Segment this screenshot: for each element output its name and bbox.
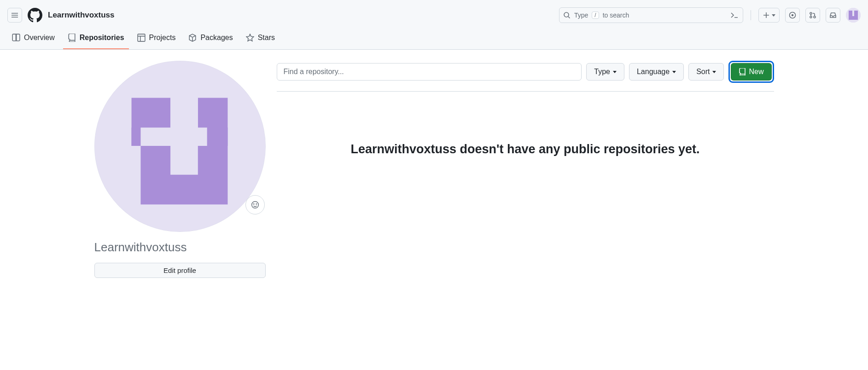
svg-rect-9	[849, 14, 852, 20]
caret-down-icon	[672, 71, 676, 73]
github-logo-icon	[28, 8, 42, 23]
package-icon	[188, 34, 197, 42]
tab-packages[interactable]: Packages	[184, 29, 237, 49]
tab-repositories[interactable]: Repositories	[63, 29, 129, 49]
tab-repositories-label: Repositories	[80, 34, 124, 42]
tab-stars-label: Stars	[258, 34, 275, 42]
svg-point-4	[810, 16, 812, 18]
filter-language-label: Language	[637, 68, 670, 76]
search-prefix: Type	[574, 12, 588, 19]
caret-down-icon	[712, 71, 716, 73]
svg-point-39	[253, 204, 254, 204]
svg-rect-11	[854, 14, 858, 20]
svg-rect-10	[852, 16, 854, 20]
header-divider	[751, 10, 751, 20]
header-username[interactable]: Learnwithvoxtuss	[48, 11, 115, 20]
repo-icon	[68, 34, 76, 42]
tab-packages-label: Packages	[200, 34, 233, 42]
global-search[interactable]: Type / to search	[559, 7, 743, 23]
pull-requests-button[interactable]	[805, 8, 820, 23]
search-suffix: to search	[603, 12, 629, 19]
svg-rect-6	[846, 8, 861, 23]
svg-rect-7	[849, 11, 852, 14]
create-new-dropdown[interactable]	[758, 8, 780, 23]
svg-point-0	[564, 12, 569, 17]
profile-avatar[interactable]	[94, 61, 266, 232]
svg-rect-37	[140, 127, 207, 146]
avatar-icon	[846, 8, 861, 23]
pull-request-icon	[809, 12, 816, 19]
inbox-icon	[829, 12, 837, 19]
svg-point-3	[810, 12, 812, 14]
main-content: Learnwithvoxtuss Edit profile Type Langu…	[80, 50, 789, 289]
tab-stars[interactable]: Stars	[241, 29, 280, 49]
project-icon	[137, 34, 146, 42]
filter-language-dropdown[interactable]: Language	[629, 63, 684, 81]
filter-sort-label: Sort	[696, 68, 710, 76]
tab-overview[interactable]: Overview	[7, 29, 59, 49]
profile-avatar-image	[95, 61, 265, 232]
svg-rect-12	[138, 34, 145, 41]
set-status-button[interactable]	[245, 195, 265, 214]
new-button-label: New	[749, 68, 763, 76]
smiley-icon	[251, 201, 259, 209]
edit-profile-button[interactable]: Edit profile	[94, 263, 266, 278]
repo-search-input[interactable]	[277, 63, 582, 81]
issues-button[interactable]	[785, 8, 800, 23]
new-button-focus-ring: New	[728, 61, 774, 83]
filter-type-dropdown[interactable]: Type	[586, 63, 624, 81]
svg-rect-33	[207, 127, 227, 146]
book-icon	[12, 34, 20, 42]
repo-icon	[739, 68, 746, 75]
empty-repos-message: Learnwithvoxtuss doesn't have any public…	[277, 142, 774, 156]
repositories-content: Type Language Sort New Learnwithvoxtuss …	[277, 61, 774, 278]
filter-sort-dropdown[interactable]: Sort	[688, 63, 724, 81]
github-logo[interactable]	[28, 8, 42, 23]
svg-point-40	[256, 204, 256, 204]
profile-sidebar: Learnwithvoxtuss Edit profile	[94, 61, 266, 278]
hamburger-menu-button[interactable]	[7, 8, 22, 23]
svg-point-5	[814, 16, 816, 18]
tab-overview-label: Overview	[24, 34, 55, 42]
hamburger-icon	[11, 12, 18, 19]
profile-username: Learnwithvoxtuss	[94, 240, 266, 254]
plus-icon	[763, 12, 770, 19]
command-palette-icon[interactable]	[730, 11, 739, 20]
global-header: Learnwithvoxtuss Type / to search	[0, 0, 868, 23]
tab-projects-label: Projects	[149, 34, 176, 42]
star-icon	[246, 34, 254, 42]
svg-rect-34	[131, 127, 140, 146]
filter-type-label: Type	[594, 68, 610, 76]
profile-nav-tabs: Overview Repositories Projects Packages …	[0, 23, 868, 50]
svg-rect-8	[854, 11, 858, 14]
repo-filters-row: Type Language Sort New	[277, 61, 774, 92]
caret-down-icon	[772, 14, 775, 17]
svg-point-2	[792, 15, 793, 16]
search-icon	[563, 12, 571, 19]
new-repository-button[interactable]: New	[731, 63, 771, 81]
tab-projects[interactable]: Projects	[133, 29, 181, 49]
user-avatar-menu[interactable]	[846, 8, 861, 23]
issue-icon	[789, 12, 796, 19]
caret-down-icon	[613, 71, 617, 73]
avatar-container	[94, 61, 266, 232]
search-slash-key: /	[592, 12, 599, 19]
svg-point-38	[251, 202, 258, 208]
notifications-button[interactable]	[826, 8, 840, 23]
